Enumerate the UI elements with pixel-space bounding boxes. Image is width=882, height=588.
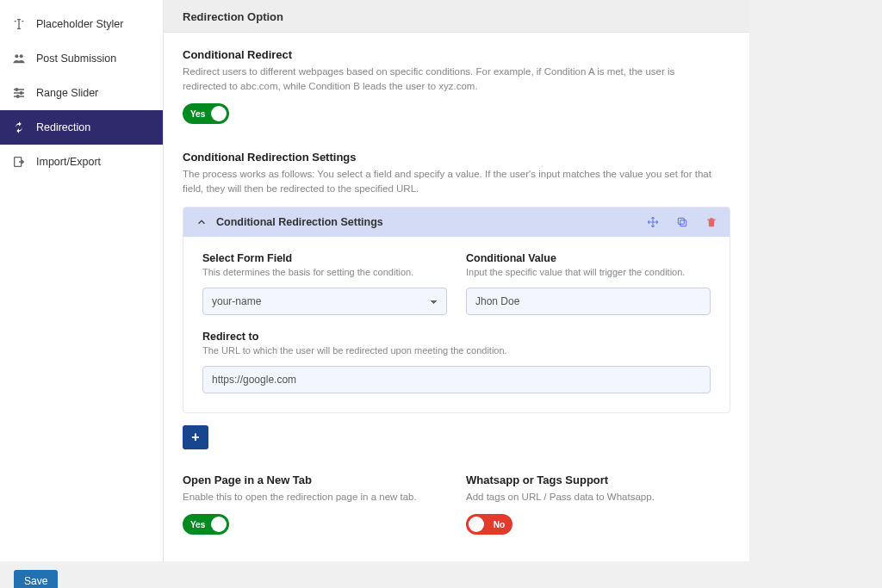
import-export-icon bbox=[12, 155, 26, 169]
users-icon bbox=[12, 52, 26, 65]
svg-point-3 bbox=[20, 92, 22, 95]
select-form-field[interactable]: your-name bbox=[202, 288, 447, 315]
sidebar-item-post-submission[interactable]: Post Submission bbox=[0, 41, 163, 76]
sidebar-item-label: Range Slider bbox=[36, 87, 98, 99]
trash-icon[interactable] bbox=[705, 216, 717, 228]
move-icon[interactable] bbox=[647, 216, 659, 228]
svg-rect-7 bbox=[678, 218, 684, 224]
sidebar-item-placeholder-styler[interactable]: Placeholder Styler bbox=[0, 7, 163, 41]
toggle-label: Yes bbox=[190, 109, 205, 119]
text-cursor-icon bbox=[12, 17, 26, 31]
copy-icon[interactable] bbox=[676, 216, 688, 228]
conditional-settings-title: Conditional Redirection Settings bbox=[183, 151, 730, 164]
conditional-redirect-desc: Redirect users to different webpages bas… bbox=[183, 65, 717, 93]
svg-point-0 bbox=[15, 54, 18, 58]
whatsapp-title: Whatsapp or Tags Support bbox=[466, 473, 730, 486]
redirect-to-desc: The URL to which the user will be redire… bbox=[202, 345, 711, 356]
svg-rect-6 bbox=[680, 220, 686, 226]
sidebar-item-import-export[interactable]: Import/Export bbox=[0, 145, 163, 179]
redirect-to-label: Redirect to bbox=[202, 331, 711, 343]
bottom-options: Open Page in a New Tab Enable this to op… bbox=[183, 473, 730, 538]
sidebar-item-range-slider[interactable]: Range Slider bbox=[0, 76, 163, 110]
conditional-redirect-toggle[interactable]: Yes bbox=[183, 103, 229, 124]
redirect-to-input[interactable] bbox=[202, 366, 711, 393]
whatsapp-toggle[interactable]: No bbox=[466, 514, 512, 535]
toggle-label: No bbox=[494, 520, 505, 529]
save-bar: Save bbox=[0, 561, 749, 588]
toggle-knob bbox=[469, 517, 484, 532]
content: Conditional Redirect Redirect users to d… bbox=[164, 33, 749, 561]
conditional-value-label: Conditional Value bbox=[466, 252, 711, 264]
new-tab-block: Open Page in a New Tab Enable this to op… bbox=[183, 473, 447, 538]
sidebar-item-label: Import/Export bbox=[36, 156, 101, 168]
conditional-redirect-block: Conditional Redirect Redirect users to d… bbox=[183, 48, 730, 127]
sidebar-item-label: Redirection bbox=[36, 121, 90, 133]
whatsapp-block: Whatsapp or Tags Support Add tags on URL… bbox=[466, 473, 730, 538]
new-tab-title: Open Page in a New Tab bbox=[183, 473, 447, 486]
sidebar-item-label: Post Submission bbox=[36, 53, 116, 65]
sliders-icon bbox=[12, 86, 26, 100]
main-panel: Redirection Option Conditional Redirect … bbox=[164, 0, 749, 561]
toggle-label: Yes bbox=[190, 520, 205, 529]
toggle-knob bbox=[211, 106, 227, 121]
page-title: Redirection Option bbox=[183, 10, 730, 23]
chevron-up-icon bbox=[196, 216, 208, 228]
conditional-value-input[interactable] bbox=[466, 288, 711, 315]
svg-point-2 bbox=[16, 89, 18, 91]
plus-icon: + bbox=[191, 430, 199, 445]
condition-panel-title: Conditional Redirection Settings bbox=[216, 216, 383, 228]
svg-point-1 bbox=[20, 54, 23, 58]
sidebar-item-label: Placeholder Styler bbox=[36, 18, 123, 30]
sidebar-item-redirection[interactable]: Redirection bbox=[0, 110, 163, 145]
condition-panel: Conditional Redirection Settings bbox=[183, 207, 730, 413]
add-condition-button[interactable]: + bbox=[183, 425, 208, 449]
select-field-label: Select Form Field bbox=[202, 252, 447, 264]
select-field-desc: This determines the basis for setting th… bbox=[202, 267, 447, 277]
condition-panel-body: Select Form Field This determines the ba… bbox=[183, 237, 730, 412]
conditional-settings-desc: The process works as follows: You select… bbox=[183, 167, 717, 195]
new-tab-toggle[interactable]: Yes bbox=[183, 514, 229, 535]
save-button[interactable]: Save bbox=[14, 570, 58, 588]
new-tab-desc: Enable this to open the redirection page… bbox=[183, 490, 447, 504]
conditional-settings-block: Conditional Redirection Settings The pro… bbox=[183, 151, 730, 449]
sidebar: Placeholder Styler Post Submission Range… bbox=[0, 0, 164, 561]
whatsapp-desc: Add tags on URL / Pass data to Whatsapp. bbox=[466, 490, 730, 504]
conditional-value-desc: Input the specific value that will trigg… bbox=[466, 267, 711, 277]
conditional-redirect-title: Conditional Redirect bbox=[183, 48, 730, 61]
toggle-knob bbox=[211, 517, 227, 532]
redirect-icon bbox=[12, 121, 26, 134]
svg-point-4 bbox=[16, 96, 19, 98]
main-header: Redirection Option bbox=[164, 0, 749, 33]
condition-panel-header[interactable]: Conditional Redirection Settings bbox=[183, 207, 730, 237]
